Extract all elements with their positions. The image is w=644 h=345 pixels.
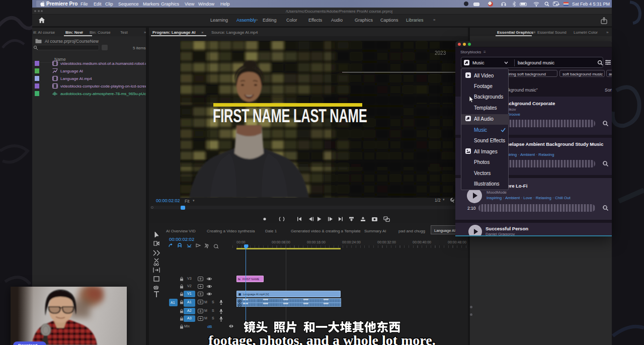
svg-text:footage, photos, and a whole l: footage, photos, and a whole lot more.	[208, 335, 435, 345]
